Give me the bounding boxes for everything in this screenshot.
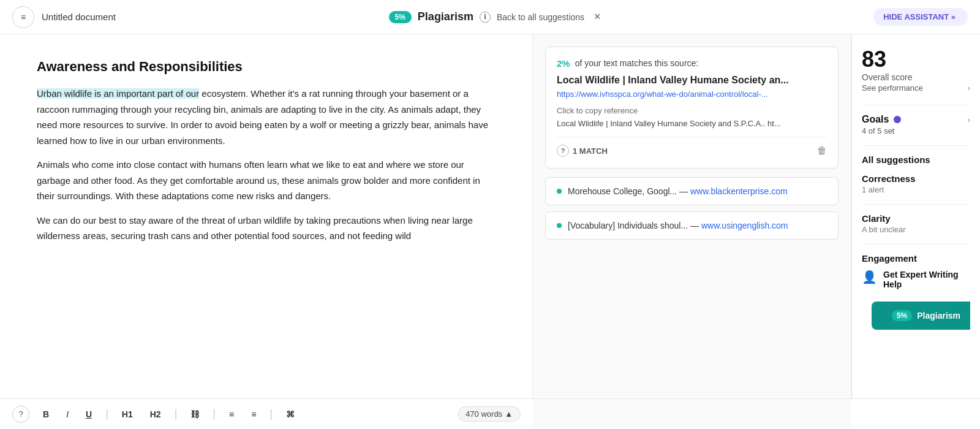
bottom-middle-spacer	[533, 398, 851, 429]
match-help-icon[interactable]: ?	[557, 145, 569, 157]
expert-text-block: Get Expert Writing Help	[883, 270, 970, 289]
ordered-list-icon: ≡	[229, 409, 234, 419]
other-source-text-1: Morehouse College, Googl... — www.blacke…	[568, 186, 788, 196]
delete-source-button[interactable]: 🗑	[817, 145, 827, 156]
engagement-title: Engagement	[862, 253, 970, 264]
toolbar-separator-1: |	[105, 408, 108, 420]
help-button[interactable]: ?	[12, 406, 29, 423]
other-source-name-1: Morehouse College, Googl...	[568, 186, 677, 196]
goals-title: Goals	[862, 114, 901, 125]
other-source-link-2[interactable]: www.usingenglish.com	[701, 221, 788, 230]
unordered-list-icon: ≡	[251, 409, 256, 419]
main-area: Awareness and Responsibilities Urban wil…	[0, 34, 980, 398]
overall-score-label: Overall score	[862, 72, 970, 82]
other-source-card-1[interactable]: Morehouse College, Googl... — www.blacke…	[545, 177, 839, 205]
goals-chevron-icon[interactable]: ›	[968, 115, 970, 124]
other-source-sep-1: —	[679, 186, 690, 196]
source-dot-icon	[557, 189, 562, 194]
editor-area[interactable]: Awareness and Responsibilities Urban wil…	[0, 34, 533, 398]
underline-button[interactable]: U	[82, 407, 96, 422]
match-count: ? 1 MATCH	[557, 145, 608, 157]
word-count-caret-icon: ▲	[505, 409, 513, 419]
hide-assistant-label: HIDE ASSISTANT »	[883, 12, 956, 21]
link-button[interactable]: ⛓	[187, 407, 203, 422]
hide-assistant-button[interactable]: HIDE ASSISTANT »	[873, 8, 968, 26]
source-card-footer: ? 1 MATCH 🗑	[557, 137, 827, 157]
divider-4	[862, 244, 970, 245]
correctness-subtitle: 1 alert	[862, 185, 970, 194]
plagiarism-label: Plagiarism	[418, 10, 473, 23]
goals-label: Goals	[862, 114, 889, 125]
clarity-section[interactable]: Clarity A bit unclear	[862, 213, 970, 234]
paragraph-1: Urban wildlife is an important part of o…	[37, 86, 496, 148]
goals-dot-icon	[894, 116, 901, 123]
other-source-name-2: [Vocabulary] Individuals shoul...	[568, 221, 688, 230]
copy-reference-label[interactable]: Click to copy reference	[557, 106, 827, 115]
highlighted-text: Urban wildlife is an important part of o…	[37, 88, 199, 99]
match-description: of your text matches this source:	[575, 58, 699, 68]
plagiarism-bottom-button[interactable]: 5% Plagiarism	[872, 302, 970, 330]
other-source-text-2: [Vocabulary] Individuals shoul... — www.…	[568, 221, 788, 230]
correctness-section[interactable]: Correctness 1 alert	[862, 173, 970, 194]
overall-score-number: 83	[862, 47, 970, 72]
close-button[interactable]: ×	[594, 10, 601, 23]
info-icon[interactable]: ℹ	[480, 12, 491, 23]
h2-button[interactable]: H2	[146, 407, 165, 422]
toolbar-separator-2: |	[175, 408, 178, 420]
menu-button[interactable]: ≡	[12, 6, 34, 28]
bottom-editor-toolbar: ? B I U | H1 H2 | ⛓ | ≡ ≡ | ⌘ 470 words …	[0, 398, 533, 429]
plagiarism-percent-badge: 5%	[389, 11, 412, 23]
match-percent: 2%	[557, 58, 570, 69]
clarity-title: Clarity	[862, 213, 970, 224]
source-card-header: 2% of your text matches this source:	[557, 58, 827, 69]
goals-set-text: 4 of 5 set	[862, 126, 970, 135]
match-count-text: 1 MATCH	[573, 146, 608, 156]
italic-button[interactable]: I	[62, 407, 72, 422]
back-to-suggestions-link[interactable]: Back to all suggestions	[497, 12, 584, 22]
all-suggestions-label: All suggestions	[862, 154, 970, 165]
doc-title: Untitled document	[42, 12, 116, 22]
goals-section: Goals › 4 of 5 set	[862, 114, 970, 135]
menu-icon: ≡	[21, 12, 26, 22]
bottom-right-area	[851, 398, 980, 429]
goals-row: Goals ›	[862, 114, 970, 125]
other-source-link-1[interactable]: www.blackenterprise.com	[690, 186, 788, 196]
bold-button[interactable]: B	[39, 407, 53, 422]
word-count-text: 470 words	[466, 409, 502, 419]
divider-3	[862, 204, 970, 205]
paragraph-3: We can do our best to stay aware of the …	[37, 213, 496, 244]
document-heading: Awareness and Responsibilities	[37, 59, 496, 75]
main-source-card: 2% of your text matches this source: Loc…	[545, 47, 839, 169]
chevron-right-icon: ›	[968, 83, 970, 93]
ordered-list-button[interactable]: ≡	[225, 407, 238, 422]
bottom-toolbar-wrapper: ? B I U | H1 H2 | ⛓ | ≡ ≡ | ⌘ 470 words …	[0, 398, 980, 429]
score-section: 83 Overall score See performance ›	[862, 47, 970, 93]
right-sidebar-content: 83 Overall score See performance › Goals…	[862, 47, 970, 340]
trash-icon: 🗑	[817, 145, 827, 156]
expert-help[interactable]: 👤 Get Expert Writing Help	[862, 270, 970, 289]
reference-text: Local Wildlife | Inland Valley Humane So…	[557, 119, 827, 128]
source-title: Local Wildlife | Inland Valley Humane So…	[557, 75, 827, 86]
clarity-subtitle: A bit unclear	[862, 225, 970, 234]
clear-formatting-button[interactable]: ⌘	[282, 407, 298, 422]
divider-2	[862, 145, 970, 146]
word-count-button[interactable]: 470 words ▲	[458, 406, 521, 422]
see-performance-link[interactable]: See performance ›	[862, 83, 970, 93]
h1-button[interactable]: H1	[118, 407, 137, 422]
source-url[interactable]: https://www.ivhsspca.org/what-we-do/anim…	[557, 89, 827, 99]
correctness-title: Correctness	[862, 173, 970, 184]
plagiarism-panel: 2% of your text matches this source: Loc…	[533, 34, 851, 398]
toolbar-separator-4: |	[270, 408, 273, 420]
divider-1	[862, 105, 970, 105]
plagiarism-bottom-badge: 5%	[892, 310, 912, 321]
paragraph-2: Animals who come into close contact with…	[37, 157, 496, 204]
other-source-card-2[interactable]: [Vocabulary] Individuals shoul... — www.…	[545, 211, 839, 240]
see-performance-text: See performance	[862, 83, 923, 93]
source-dot-icon-2	[557, 223, 562, 228]
plagiarism-bottom-label: Plagiarism	[917, 311, 960, 321]
unordered-list-button[interactable]: ≡	[247, 407, 260, 422]
topbar-center: 5% Plagiarism ℹ Back to all suggestions …	[389, 10, 601, 23]
engagement-section: Engagement 👤 Get Expert Writing Help	[862, 253, 970, 289]
topbar-left: ≡ Untitled document	[12, 6, 116, 28]
link-icon: ⛓	[190, 409, 199, 419]
